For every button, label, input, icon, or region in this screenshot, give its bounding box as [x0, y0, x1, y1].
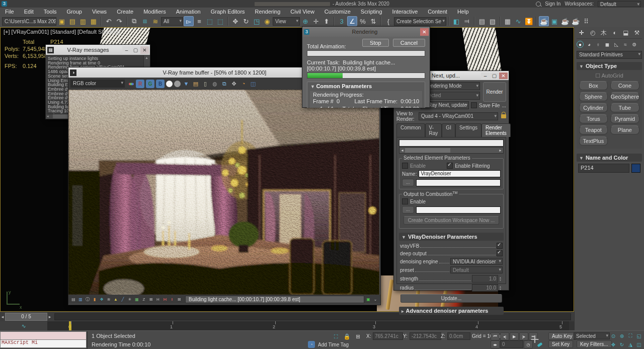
blue-channel-toggle[interactable]: B — [156, 80, 165, 88]
element-name-field[interactable]: VrayDenoiser — [419, 170, 501, 177]
load-image-icon[interactable]: ▤ — [192, 80, 200, 88]
plane-button[interactable]: Plane — [610, 125, 639, 134]
vfb-pixel-aspect-icon[interactable]: ⋈ — [162, 296, 168, 302]
vfb-close-stamp-icon[interactable]: ⊠ — [176, 296, 182, 302]
keyboard-override-icon[interactable]: ⬆ — [321, 16, 332, 26]
green-channel-toggle[interactable]: G — [146, 80, 154, 88]
channel-dropdown[interactable]: RGB color — [70, 80, 125, 88]
edit-named-selections-icon[interactable]: { — [383, 16, 393, 26]
spinner-snap-icon[interactable]: ⇅ — [368, 16, 378, 26]
save-scene-icon[interactable]: ▥ — [78, 16, 88, 26]
select-scale-icon[interactable]: ◳ — [252, 16, 262, 26]
placement-icon[interactable]: ◉ — [262, 16, 272, 26]
cancel-button[interactable]: Cancel — [393, 39, 425, 47]
link-icon[interactable]: ⧉ — [129, 16, 139, 26]
zoom-extents-icon[interactable]: ⛶ — [626, 332, 634, 340]
systems-icon[interactable]: ⚙ — [631, 41, 638, 48]
motion-tab-icon[interactable]: ◐ — [611, 29, 619, 36]
orbit-icon[interactable]: ↻ — [618, 340, 626, 348]
auto-key-button[interactable]: Auto Key — [548, 332, 576, 340]
vfb-layers-icon[interactable]: ≋ — [106, 296, 112, 302]
vfb-expand-icon[interactable]: ⌄ — [372, 296, 378, 302]
search-icon[interactable] — [536, 2, 541, 7]
vfb-stamp-icon[interactable]: ‖ — [169, 296, 175, 302]
view-to-render-dropdown[interactable]: Quad 4 - VRayCam001 — [419, 112, 498, 120]
menu-content[interactable]: Content — [423, 9, 452, 15]
mirror-icon[interactable]: ◧ — [451, 16, 461, 26]
named-selection-dropdown[interactable]: Create Selection Se — [394, 17, 446, 26]
y-coordinate-field[interactable]: -212.7543c — [410, 332, 441, 340]
minimize-icon[interactable]: – — [122, 46, 131, 54]
open-scene-icon[interactable]: ▤ — [67, 16, 77, 26]
primitive-category-dropdown[interactable]: Standard Primitives — [577, 51, 642, 59]
red-channel-toggle[interactable]: R — [136, 80, 144, 88]
maximize-icon[interactable]: ▢ — [490, 73, 499, 79]
maximize-icon[interactable]: ▢ — [131, 46, 140, 54]
sign-in-button[interactable]: Sign In — [545, 1, 560, 7]
color-wheel-icon[interactable]: ●●● — [126, 80, 134, 88]
schematic-view-icon[interactable]: ∿ — [513, 16, 523, 26]
combustion-path-field[interactable] — [416, 206, 501, 214]
combustion-enable-checkbox[interactable] — [402, 198, 408, 204]
frame-back-button[interactable]: ◂ — [0, 314, 5, 319]
cylinder-button[interactable]: Cylinder — [579, 103, 608, 112]
object-color-swatch[interactable] — [631, 164, 640, 173]
teapot-button[interactable]: Teapot — [579, 125, 608, 134]
clipboard-icon[interactable]: ▯ — [201, 80, 209, 88]
menu-tools[interactable]: Tools — [39, 9, 62, 15]
menu-edit[interactable]: Edit — [19, 9, 39, 15]
save-file-browse[interactable]: ... — [502, 103, 506, 108]
tab-render-elements[interactable]: Render Elements — [481, 123, 511, 137]
preset-param-dropdown[interactable]: Default — [450, 266, 503, 273]
save-plus-icon[interactable]: ▦ — [89, 16, 99, 26]
unlink-icon[interactable]: ⧈ — [140, 16, 150, 26]
vfb-about-icon[interactable]: ⓘ — [85, 296, 91, 302]
project-folder-dropdown[interactable]: C:\Users\C...s Max 2020 — [2, 17, 56, 26]
x-coordinate-field[interactable]: 765.2741c — [373, 332, 403, 340]
vfb-background-icon[interactable]: ❖ — [99, 296, 105, 302]
textplus-button[interactable]: TextPlus — [579, 136, 608, 146]
denoising-engine-dropdown[interactable]: NVIDIA AI denoiser — [450, 258, 503, 265]
render-image[interactable] — [68, 90, 379, 295]
deep-output-checkbox[interactable] — [497, 250, 503, 256]
zoom-icon[interactable]: ⊙ — [609, 332, 617, 340]
hierarchy-tab-icon[interactable]: ⽊ — [600, 29, 608, 36]
modify-tab-icon[interactable]: ◴ — [589, 29, 597, 36]
vrayvfb-checkbox[interactable] — [497, 243, 503, 249]
advanced-denoiser-rollout[interactable]: ▸Advanced denoiser parameters — [399, 307, 504, 315]
close-icon[interactable]: ✕ — [499, 73, 508, 79]
material-editor-icon[interactable]: ⏬ — [524, 16, 534, 26]
vfb-resize-icon[interactable]: ▣ — [365, 296, 371, 302]
zoom-region-icon[interactable]: ◱ — [635, 332, 643, 340]
bind-spacewarp-icon[interactable]: ≋ — [150, 16, 160, 26]
enable-checkbox[interactable] — [402, 163, 408, 169]
menu-group[interactable]: Group — [61, 9, 87, 15]
lock-view-icon[interactable] — [501, 114, 506, 118]
maximize-viewport-icon[interactable]: ◫ — [635, 340, 643, 348]
selection-filter-dropdown[interactable]: All — [161, 17, 183, 26]
arrays-icon[interactable]: ⠿ — [581, 16, 591, 26]
render-button[interactable]: Render — [483, 82, 506, 102]
close-icon[interactable]: ✕ — [420, 28, 429, 36]
autogrid-checkbox[interactable]: ☐ AutoGrid — [578, 73, 641, 79]
key-mode-dropdown[interactable]: Selected — [574, 332, 610, 339]
radius-spinner[interactable]: 10.0▲▼ — [472, 284, 503, 292]
vfb-compare-icon[interactable]: ▥ — [77, 296, 84, 302]
shapes-icon[interactable]: ◕ — [586, 41, 593, 48]
lights-icon[interactable]: ♀ — [595, 41, 602, 48]
pan-icon[interactable]: ✥ — [609, 340, 617, 348]
curve-editor-icon[interactable]: ▦ — [503, 16, 513, 26]
close-icon[interactable]: ✕ — [140, 46, 149, 54]
set-key-button[interactable]: Set Key — [548, 340, 573, 348]
tube-button[interactable]: Tube — [610, 103, 639, 112]
tab-vray[interactable]: V-Ray — [425, 123, 442, 137]
alpha-channel-icon[interactable] — [166, 81, 173, 87]
render-setup-icon[interactable]: ☕ — [539, 16, 549, 26]
region-render-icon[interactable]: ◔ — [239, 80, 248, 88]
clear-image-icon[interactable]: ◍ — [211, 80, 219, 88]
track-mouse-icon[interactable]: ✥ — [230, 80, 238, 88]
render-iterative-icon[interactable]: ☕ — [571, 16, 581, 26]
zoom-all-icon[interactable]: ⊕ — [618, 332, 626, 340]
tab-settings[interactable]: Settings — [455, 123, 481, 137]
select-rotate-icon[interactable]: ↻ — [241, 16, 251, 26]
